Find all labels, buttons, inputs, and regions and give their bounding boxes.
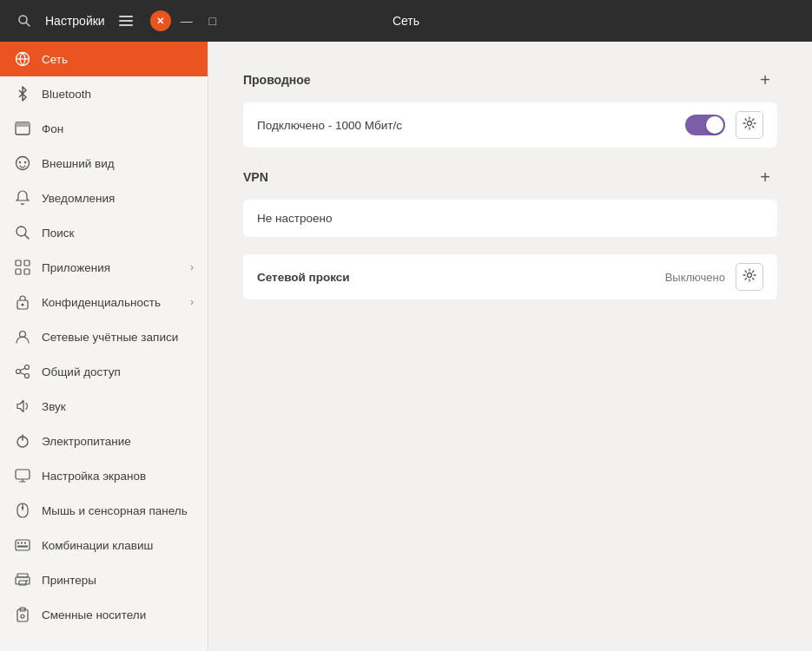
proxy-label: Сетевой прокси <box>257 271 655 284</box>
sidebar-item-mouse-label: Мышь и сенсорная панель <box>42 504 194 517</box>
vpn-empty-card: Не настроено <box>243 200 777 237</box>
svg-point-23 <box>25 374 30 378</box>
notifications-icon <box>14 189 31 207</box>
wired-add-button[interactable]: + <box>753 68 777 92</box>
mouse-icon <box>14 502 31 519</box>
svg-rect-8 <box>16 122 30 127</box>
sidebar-item-background[interactable]: Фон <box>0 111 208 146</box>
sidebar-item-search[interactable]: Поиск <box>0 215 208 250</box>
search-button[interactable] <box>10 7 38 35</box>
apps-icon <box>14 259 31 276</box>
vpn-add-button[interactable]: + <box>753 165 777 189</box>
proxy-row: Сетевой прокси Выключено <box>257 254 763 299</box>
power-icon <box>14 432 31 450</box>
sidebar-item-privacy[interactable]: Конфиденциальность › <box>0 285 208 319</box>
sidebar-item-power-label: Электропитание <box>42 435 194 448</box>
titlebar: Настройки ✕ — □ Сеть <box>0 0 812 42</box>
sidebar-item-sound[interactable]: Звук <box>0 389 208 424</box>
sidebar-item-printers[interactable]: Принтеры <box>0 562 208 597</box>
sidebar-item-displays-label: Настройка экранов <box>42 470 194 483</box>
keyboard-icon <box>14 536 31 554</box>
displays-icon <box>14 467 31 484</box>
sidebar-item-apps-label: Приложения <box>42 261 180 274</box>
wired-connection-card: Подключено - 1000 Мбит/с <box>243 102 777 148</box>
wired-settings-icon <box>743 116 756 134</box>
svg-rect-28 <box>16 470 30 479</box>
sidebar-item-network[interactable]: Сеть <box>0 42 208 76</box>
printers-icon <box>14 571 31 589</box>
removable-icon <box>14 606 31 623</box>
proxy-card: Сетевой прокси Выключено <box>243 254 777 299</box>
maximize-icon: □ <box>208 14 215 28</box>
sound-icon <box>14 398 31 415</box>
svg-point-45 <box>21 615 24 618</box>
window-controls: ✕ — □ <box>150 10 223 31</box>
proxy-section: Сетевой прокси Выключено <box>243 254 777 299</box>
proxy-settings-icon <box>743 268 756 286</box>
sidebar-item-mouse[interactable]: Мышь и сенсорная панель <box>0 493 208 528</box>
close-button[interactable]: ✕ <box>150 10 171 31</box>
svg-rect-35 <box>17 542 19 544</box>
sidebar-item-notifications-label: Уведомления <box>42 192 194 205</box>
svg-point-11 <box>24 161 26 163</box>
svg-rect-2 <box>119 16 133 17</box>
sidebar-item-accounts[interactable]: Сетевые учётные записи <box>0 319 208 354</box>
close-icon: ✕ <box>156 16 164 27</box>
sidebar-item-appearance[interactable]: Внешний вид <box>0 146 208 181</box>
svg-rect-37 <box>24 542 26 544</box>
svg-point-46 <box>748 122 752 126</box>
svg-point-47 <box>748 273 752 278</box>
sidebar-item-keyboard-label: Комбинации клавиш <box>42 539 194 552</box>
vpn-empty-label: Не настроено <box>257 212 332 225</box>
vpn-section: VPN + Не настроено <box>243 165 777 237</box>
background-icon <box>14 120 31 137</box>
app-body: Сеть Bluetooth Фон <box>0 42 812 651</box>
svg-point-22 <box>17 370 21 374</box>
svg-rect-34 <box>16 540 30 550</box>
minimize-button[interactable]: — <box>176 10 197 31</box>
svg-rect-14 <box>16 260 21 266</box>
menu-button[interactable] <box>112 7 140 35</box>
svg-line-1 <box>26 23 30 26</box>
wired-connection-row: Подключено - 1000 Мбит/с <box>257 102 763 148</box>
privacy-arrow-icon: › <box>190 296 194 308</box>
maximize-button[interactable]: □ <box>202 10 223 31</box>
sidebar-item-keyboard[interactable]: Комбинации клавиш <box>0 528 208 562</box>
search-icon <box>17 14 31 28</box>
svg-point-42 <box>26 580 28 582</box>
sidebar-item-removable[interactable]: Сменные носители <box>0 597 208 632</box>
bluetooth-icon <box>14 85 31 102</box>
sidebar-item-bluetooth[interactable]: Bluetooth <box>0 76 208 111</box>
wired-add-icon: + <box>760 70 770 90</box>
sidebar-item-appearance-label: Внешний вид <box>42 157 194 170</box>
network-icon <box>14 50 31 68</box>
sidebar-item-printers-label: Принтеры <box>42 574 194 587</box>
svg-point-19 <box>22 304 24 306</box>
sidebar-item-notifications[interactable]: Уведомления <box>0 181 208 215</box>
vpn-section-title: VPN <box>243 170 268 184</box>
hamburger-icon <box>119 16 133 26</box>
sidebar-item-sharing[interactable]: Общий доступ <box>0 354 208 389</box>
proxy-settings-button[interactable] <box>736 263 763 291</box>
appearance-icon <box>14 155 31 172</box>
window-title: Сеть <box>393 14 419 28</box>
sharing-icon <box>14 363 31 380</box>
wired-connection-label: Подключено - 1000 Мбит/с <box>257 119 675 132</box>
wired-toggle[interactable] <box>685 115 725 135</box>
app-title: Настройки <box>45 14 105 28</box>
sidebar-item-displays[interactable]: Настройка экранов <box>0 458 208 493</box>
svg-line-25 <box>20 372 24 375</box>
sidebar-item-removable-label: Сменные носители <box>42 608 194 621</box>
sidebar-item-apps[interactable]: Приложения › <box>0 250 208 285</box>
svg-rect-4 <box>119 24 133 26</box>
wired-section-title: Проводное <box>243 73 311 87</box>
sidebar-item-network-label: Сеть <box>42 53 194 66</box>
svg-rect-17 <box>24 269 30 274</box>
vpn-add-icon: + <box>760 168 770 187</box>
sidebar-item-power[interactable]: Электропитание <box>0 424 208 458</box>
sidebar-item-privacy-label: Конфиденциальность <box>42 296 180 309</box>
proxy-status: Выключено <box>665 271 725 284</box>
sidebar-item-sound-label: Звук <box>42 400 194 413</box>
wired-settings-button[interactable] <box>736 111 763 139</box>
apps-arrow-icon: › <box>190 261 194 273</box>
